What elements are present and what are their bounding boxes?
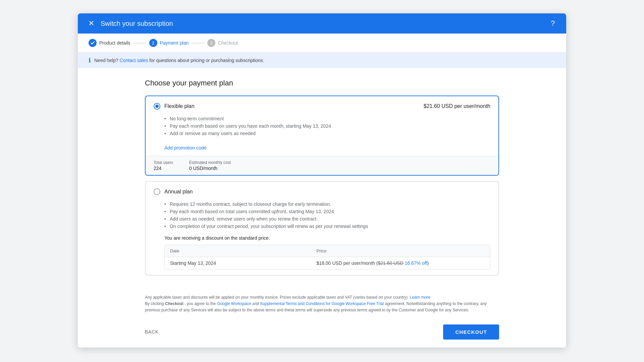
- dialog-header-left: ✕ Switch your subscription: [86, 18, 173, 29]
- step-product-details: Product details: [89, 39, 130, 47]
- flexible-plan-totals: Total users 224 Estimated monthly cost 0…: [146, 156, 498, 175]
- main-content: Choose your payment plan Flexible plan $…: [78, 68, 566, 292]
- price-table-row-1: Starting May 13, 2024 $18.00 USD per use…: [165, 257, 490, 269]
- step-circle-payment-plan: 2: [149, 39, 157, 47]
- annual-plan-header: Annual plan: [146, 182, 498, 200]
- dialog-title: Switch your subscription: [101, 20, 173, 27]
- total-users-item: Total users 224: [154, 160, 173, 171]
- price-table-header: Date Price: [165, 245, 490, 257]
- info-text: Need help? Contact sales for questions a…: [94, 58, 264, 63]
- monthly-cost-label: Estimated monthly cost: [189, 160, 231, 165]
- flexible-bullet-1: No long-term commitment: [164, 115, 490, 122]
- step-label-checkout: Checkout: [218, 40, 238, 46]
- terms-prefix: By clicking: [145, 301, 165, 306]
- annual-bullet-1: Requires 12 months contract, subject to …: [164, 200, 490, 208]
- info-suffix: for questions about pricing or purchasin…: [149, 58, 264, 63]
- learn-more-link[interactable]: Learn more: [410, 295, 430, 300]
- flexible-plan-header-left: Flexible plan: [154, 103, 195, 110]
- page-title: Choose your payment plan: [145, 79, 499, 87]
- price-table-col-price: Price: [311, 245, 332, 257]
- annual-bullet-2: Pay each month based on total users comm…: [164, 208, 490, 215]
- dialog-header: ✕ Switch your subscription ?: [78, 13, 566, 34]
- info-bar: ℹ Need help? Contact sales for questions…: [78, 53, 566, 68]
- step-circle-product-details: [89, 39, 97, 47]
- price-strikethrough: $21.60 USD: [378, 260, 403, 266]
- discount-note: You are receiving a discount on the stan…: [146, 235, 498, 245]
- flexible-plan-bullets: No long-term commitment Pay each month b…: [146, 115, 498, 142]
- price-table-price-value: $18.00 USD per user/month ($21.60 USD 16…: [311, 257, 434, 269]
- annual-plan-radio[interactable]: [154, 188, 160, 195]
- annual-plan-header-left: Annual plan: [154, 188, 193, 195]
- flexible-plan-header: Flexible plan $21.60 USD per user/month: [146, 96, 498, 115]
- monthly-cost-value: 0 USD/month: [189, 166, 231, 171]
- footer-notes: Any applicable taxes and discounts will …: [78, 294, 566, 314]
- flexible-bullet-3: Add or remove as many users as needed: [164, 130, 490, 137]
- step-label-product-details: Product details: [99, 40, 130, 46]
- add-promo-link[interactable]: Add promotion code: [164, 145, 206, 150]
- google-workspace-link[interactable]: Google Workspace: [217, 301, 251, 306]
- terms-checkout-bold: Checkout: [165, 301, 183, 306]
- flexible-plan-radio[interactable]: [154, 103, 160, 110]
- flexible-bullet-2: Pay each month based on users you have e…: [164, 122, 490, 130]
- info-prefix: Need help?: [94, 58, 118, 63]
- help-icon: ?: [551, 19, 555, 28]
- annual-plan-card[interactable]: Annual plan Requires 12 months contract,…: [145, 181, 499, 276]
- annual-plan-bullets: Requires 12 months contract, subject to …: [146, 200, 498, 235]
- annual-bullet-4: On completion of your contract period, y…: [164, 223, 490, 230]
- checkout-button[interactable]: CHECKOUT: [443, 324, 499, 340]
- flexible-plan-price: $21.60 USD per user/month: [424, 103, 490, 109]
- flexible-plan-name: Flexible plan: [164, 103, 195, 109]
- annual-plan-name: Annual plan: [164, 189, 193, 195]
- supplemental-terms-link[interactable]: Supplemental Terms and Conditions for Go…: [260, 301, 384, 306]
- total-users-label: Total users: [154, 160, 173, 165]
- step-checkout: 3 Checkout: [207, 39, 238, 47]
- terms-mid: , you agree to the: [184, 301, 217, 306]
- step-label-payment-plan: Payment plan: [160, 40, 189, 46]
- flexible-plan-card[interactable]: Flexible plan $21.60 USD per user/month …: [145, 96, 499, 176]
- info-icon: ℹ: [89, 57, 91, 64]
- dialog: ✕ Switch your subscription ? Product det…: [78, 13, 566, 348]
- contact-sales-link[interactable]: Contact sales: [120, 58, 148, 63]
- total-users-value: 224: [154, 166, 173, 171]
- step-payment-plan: 2 Payment plan: [149, 39, 189, 47]
- close-button[interactable]: ✕: [86, 18, 97, 29]
- stepper: Product details 2 Payment plan 3 Checkou…: [78, 34, 566, 53]
- step-connector-1: [133, 43, 147, 43]
- price-main: $18.00 USD per user/month (: [317, 260, 378, 266]
- step-connector-2: [191, 43, 205, 43]
- price-table-col-date: Date: [165, 245, 311, 257]
- price-table-date-value: Starting May 13, 2024: [165, 257, 311, 269]
- step-circle-checkout: 3: [207, 39, 215, 47]
- price-close: ): [427, 260, 429, 266]
- close-icon: ✕: [88, 20, 94, 27]
- footer-actions: BACK CHECKOUT: [78, 316, 566, 348]
- annual-bullet-3: Add users as needed, remove users only w…: [164, 215, 490, 223]
- flexible-plan-radio-inner: [155, 105, 159, 108]
- back-button[interactable]: BACK: [145, 329, 159, 335]
- price-table: Date Price Starting May 13, 2024 $18.00 …: [164, 245, 490, 269]
- monthly-cost-item: Estimated monthly cost 0 USD/month: [189, 160, 231, 171]
- help-button[interactable]: ?: [547, 18, 558, 29]
- tax-note: Any applicable taxes and discounts will …: [145, 295, 409, 300]
- terms-and: and: [252, 301, 260, 306]
- discount-percent: 16.67% off: [404, 260, 427, 266]
